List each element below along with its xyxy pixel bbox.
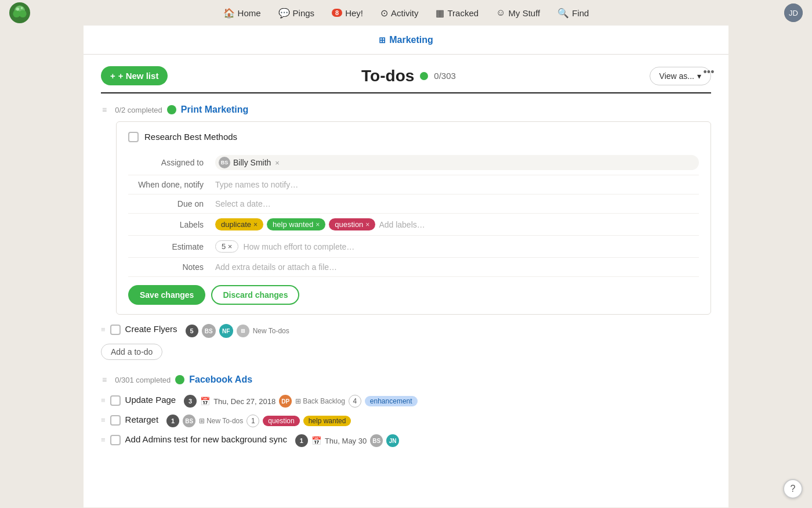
section-divider [101, 92, 711, 93]
nav-find-label: Find [572, 8, 589, 18]
user-avatar[interactable]: JD [784, 3, 803, 22]
notes-label: Notes [128, 262, 215, 272]
notify-row: When done, notify Type names to notify… [128, 175, 699, 194]
tracked-icon: ▦ [436, 8, 444, 19]
print-marketing-title[interactable]: Print Marketing [181, 105, 248, 115]
research-todo-title: Research Best Methods [144, 132, 237, 142]
research-todo-checkbox[interactable] [128, 132, 139, 142]
labels-value: duplicate × help wanted × question × Add… [215, 218, 699, 230]
list-icon: ⊞ [199, 417, 205, 425]
project-title[interactable]: ⊞ Marketing [379, 35, 433, 45]
view-as-label: View as... [659, 71, 694, 81]
update-page-meta: 3 📅 Thu, Dec 27, 2018 DP ⊞ Back Backlog … [184, 395, 417, 408]
svg-point-3 [19, 10, 27, 18]
facebook-ads-title[interactable]: Facebook Ads [189, 374, 252, 385]
nav-mystuff[interactable]: ☺ My Stuff [489, 4, 547, 21]
nav-tracked[interactable]: ▦ Tracked [429, 4, 485, 22]
expanded-title-row: Research Best Methods [128, 131, 699, 142]
main-content: ••• + + New list To-dos 0/303 View as...… [84, 55, 728, 507]
home-icon: 🏠 [223, 8, 235, 19]
drag-handle-icon[interactable]: ≡ [101, 434, 106, 444]
update-page-count: 3 [184, 395, 197, 408]
hey-badge: 8 [332, 9, 342, 17]
add-todo-button[interactable]: Add a to-do [101, 344, 162, 360]
help-button[interactable]: ? [783, 479, 803, 499]
drag-handle-icon[interactable]: ≡ [101, 395, 106, 405]
retarget-checkbox[interactable] [110, 415, 121, 426]
svg-point-2 [13, 10, 20, 18]
update-page-due: Thu, Dec 27, 2018 [213, 397, 276, 406]
remove-assignee-button[interactable]: × [275, 158, 280, 167]
retarget-item: ≡ Retarget 1 BS ⊞ New To-dos 1 question … [101, 411, 711, 431]
retarget-list-tag: ⊞ New To-dos [199, 417, 243, 425]
assignee-avatar: BS [219, 157, 230, 168]
remove-question-label-button[interactable]: × [365, 221, 369, 229]
calendar-icon-2: 📅 [311, 436, 321, 445]
add-admins-item: ≡ Add Admins test for new background syn… [101, 431, 711, 451]
drag-handle-icon[interactable]: ≡ [101, 374, 108, 385]
update-page-num: 4 [349, 395, 361, 408]
remove-help-wanted-label-button[interactable]: × [316, 221, 320, 229]
create-flyers-count: 5 [186, 325, 198, 337]
discard-changes-button[interactable]: Discard changes [211, 285, 299, 305]
add-labels-button[interactable]: Add labels… [379, 220, 425, 229]
retarget-count: 1 [166, 415, 179, 427]
print-marketing-status-dot [167, 105, 176, 114]
assigned-to-value: BS Billy Smith × [215, 155, 699, 170]
effort-placeholder: How much effort to complete… [243, 242, 354, 251]
new-list-plus-icon: + [110, 71, 115, 81]
nav-items: 🏠 Home 💬 Pings 8 Hey! ⊙ Activity ▦ Track… [216, 4, 596, 22]
add-admins-text: Add Admins test for new background sync [125, 434, 287, 444]
notify-input[interactable]: Type names to notify… [215, 180, 298, 189]
create-flyers-text: Create Flyers [125, 324, 177, 334]
label-help-wanted: help wanted × [267, 218, 325, 230]
add-admins-checkbox[interactable] [110, 435, 121, 445]
question-badge: question [263, 416, 299, 426]
new-todos-icon: ⊞ [237, 325, 249, 337]
notes-input[interactable]: Add extra details or attach a file… [215, 262, 337, 272]
due-on-input[interactable]: Select a date… [215, 199, 271, 208]
drag-handle-icon[interactable]: ≡ [101, 324, 106, 334]
project-header: ⊞ Marketing [84, 26, 728, 55]
drag-handle-icon[interactable]: ≡ [101, 415, 106, 424]
help-wanted-badge: help wanted [303, 416, 351, 426]
update-page-list-tag: ⊞ Back Backlog [295, 397, 345, 405]
mystuff-icon: ☺ [496, 8, 505, 18]
facebook-ads-completed: 0/301 completed [115, 376, 171, 384]
svg-point-4 [16, 8, 19, 10]
find-icon: 🔍 [557, 8, 569, 19]
remove-duplicate-label-button[interactable]: × [253, 221, 258, 229]
add-admins-due: Thu, May 30 [325, 437, 367, 445]
facebook-ads-status-dot [175, 375, 184, 384]
label-duplicate: duplicate × [215, 218, 263, 230]
update-page-item: ≡ Update Page 3 📅 Thu, Dec 27, 2018 DP ⊞… [101, 391, 711, 411]
todos-count: 0/303 [434, 71, 456, 81]
app-logo[interactable] [9, 2, 30, 23]
nav-home[interactable]: 🏠 Home [216, 4, 268, 22]
new-list-button[interactable]: + + New list [101, 66, 168, 85]
drag-handle-icon[interactable]: ≡ [101, 104, 108, 116]
more-options-button[interactable]: ••• [699, 63, 718, 81]
create-flyers-checkbox[interactable] [110, 325, 121, 335]
todos-header: + + New list To-dos 0/303 View as... ▾ [101, 66, 711, 85]
assigned-to-label: Assigned to [128, 158, 215, 167]
svg-point-5 [21, 7, 23, 9]
project-title-text: Marketing [389, 35, 433, 45]
labels-label: Labels [128, 220, 215, 229]
add-admins-count: 1 [295, 434, 308, 447]
nav-hey-label: Hey! [345, 8, 363, 18]
estimate-badge[interactable]: 5 × [215, 240, 238, 253]
create-flyers-item: ≡ Create Flyers 5 BS NF ⊞ New To-dos [101, 320, 711, 341]
page-wrapper: ⊞ Marketing ••• + + New list To-dos 0/30… [0, 26, 812, 507]
top-nav: 🏠 Home 💬 Pings 8 Hey! ⊙ Activity ▦ Track… [0, 0, 812, 26]
nick-f-avatar: NF [219, 324, 233, 338]
update-page-checkbox[interactable] [110, 395, 121, 406]
nav-find[interactable]: 🔍 Find [550, 4, 596, 22]
nav-pings[interactable]: 💬 Pings [271, 4, 322, 22]
facebook-ads-section: ≡ 0/301 completed Facebook Ads ≡ Update … [101, 374, 711, 451]
nav-activity[interactable]: ⊙ Activity [374, 4, 426, 22]
label-question-text: question [335, 220, 363, 229]
calendar-icon: 📅 [200, 397, 210, 406]
save-changes-button[interactable]: Save changes [128, 285, 205, 305]
nav-hey[interactable]: 8 Hey! [325, 5, 370, 21]
